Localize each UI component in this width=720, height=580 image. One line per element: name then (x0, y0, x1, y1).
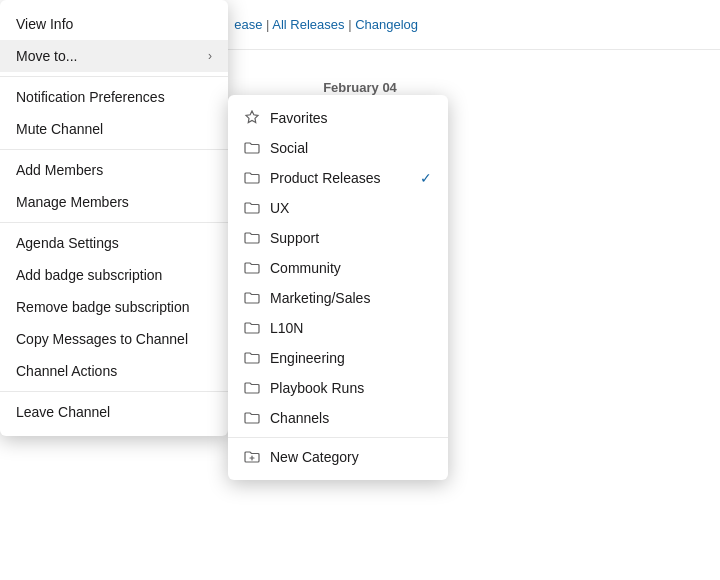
folder-icon (244, 230, 260, 246)
menu-divider (0, 76, 228, 77)
submenu-item-marketing-sales[interactable]: Marketing/Sales (228, 283, 448, 313)
submenu-item-channels[interactable]: Channels (228, 403, 448, 433)
breadcrumb-current[interactable]: ease (234, 17, 262, 32)
new-folder-icon (244, 449, 260, 465)
submenu-item-community[interactable]: Community (228, 253, 448, 283)
menu-item-mute-channel[interactable]: Mute Channel (0, 113, 228, 145)
submenu-item-ux[interactable]: UX (228, 193, 448, 223)
star-icon (244, 110, 260, 126)
folder-icon (244, 170, 260, 186)
menu-item-add-badge[interactable]: Add badge subscription (0, 259, 228, 291)
submenu-item-support[interactable]: Support (228, 223, 448, 253)
folder-icon (244, 380, 260, 396)
menu-item-remove-badge[interactable]: Remove badge subscription (0, 291, 228, 323)
menu-item-move-to[interactable]: Move to...› (0, 40, 228, 72)
menu-item-label-manage-members: Manage Members (16, 194, 129, 210)
submenu-item-label-community: Community (270, 260, 341, 276)
folder-icon (244, 350, 260, 366)
menu-item-notification-prefs[interactable]: Notification Preferences (0, 81, 228, 113)
submenu-item-label-social: Social (270, 140, 308, 156)
submenu-item-playbook-runs[interactable]: Playbook Runs (228, 373, 448, 403)
folder-icon (244, 320, 260, 336)
menu-divider (0, 391, 228, 392)
menu-item-label-view-info: View Info (16, 16, 73, 32)
submenu-item-label-marketing-sales: Marketing/Sales (270, 290, 370, 306)
submenu-item-l10n[interactable]: L10N (228, 313, 448, 343)
menu-item-label-notification-prefs: Notification Preferences (16, 89, 165, 105)
submenu-item-label-playbook-runs: Playbook Runs (270, 380, 364, 396)
menu-item-leave-channel[interactable]: Leave Channel (0, 396, 228, 428)
submenu-item-label-new-category: New Category (270, 449, 359, 465)
submenu-item-engineering[interactable]: Engineering (228, 343, 448, 373)
menu-item-label-add-badge: Add badge subscription (16, 267, 162, 283)
submenu-item-product-releases[interactable]: Product Releases✓ (228, 163, 448, 193)
submenu-item-label-channels: Channels (270, 410, 329, 426)
submenu-item-label-engineering: Engineering (270, 350, 345, 366)
submenu: Favorites Social Product Releases✓ UX Su… (228, 95, 448, 480)
menu-divider (0, 222, 228, 223)
submenu-arrow-icon: › (208, 49, 212, 63)
folder-icon (244, 140, 260, 156)
submenu-item-social[interactable]: Social (228, 133, 448, 163)
breadcrumb: ease | All Releases | Changelog (234, 17, 418, 32)
menu-item-channel-actions[interactable]: Channel Actions (0, 355, 228, 387)
menu-item-label-agenda-settings: Agenda Settings (16, 235, 119, 251)
submenu-item-label-favorites: Favorites (270, 110, 328, 126)
menu-item-label-remove-badge: Remove badge subscription (16, 299, 190, 315)
menu-item-label-leave-channel: Leave Channel (16, 404, 110, 420)
menu-item-label-copy-messages: Copy Messages to Channel (16, 331, 188, 347)
breadcrumb-changelog[interactable]: Changelog (355, 17, 418, 32)
folder-icon (244, 410, 260, 426)
menu-item-view-info[interactable]: View Info (0, 8, 228, 40)
menu-divider (0, 149, 228, 150)
folder-icon (244, 200, 260, 216)
menu-item-add-members[interactable]: Add Members (0, 154, 228, 186)
menu-item-label-mute-channel: Mute Channel (16, 121, 103, 137)
folder-icon (244, 290, 260, 306)
check-icon: ✓ (420, 170, 432, 186)
submenu-item-favorites[interactable]: Favorites (228, 103, 448, 133)
submenu-item-label-ux: UX (270, 200, 289, 216)
breadcrumb-all-releases[interactable]: All Releases (272, 17, 344, 32)
menu-item-label-add-members: Add Members (16, 162, 103, 178)
folder-icon (244, 260, 260, 276)
submenu-item-label-l10n: L10N (270, 320, 303, 336)
submenu-item-label-product-releases: Product Releases (270, 170, 381, 186)
menu-item-label-move-to: Move to... (16, 48, 77, 64)
menu-item-label-channel-actions: Channel Actions (16, 363, 117, 379)
menu-item-copy-messages[interactable]: Copy Messages to Channel (0, 323, 228, 355)
menu-item-agenda-settings[interactable]: Agenda Settings (0, 227, 228, 259)
menu-item-manage-members[interactable]: Manage Members (0, 186, 228, 218)
context-menu: View InfoMove to...›Notification Prefere… (0, 0, 228, 436)
submenu-item-label-support: Support (270, 230, 319, 246)
submenu-divider (228, 437, 448, 438)
submenu-item-new-category[interactable]: New Category (228, 442, 448, 472)
